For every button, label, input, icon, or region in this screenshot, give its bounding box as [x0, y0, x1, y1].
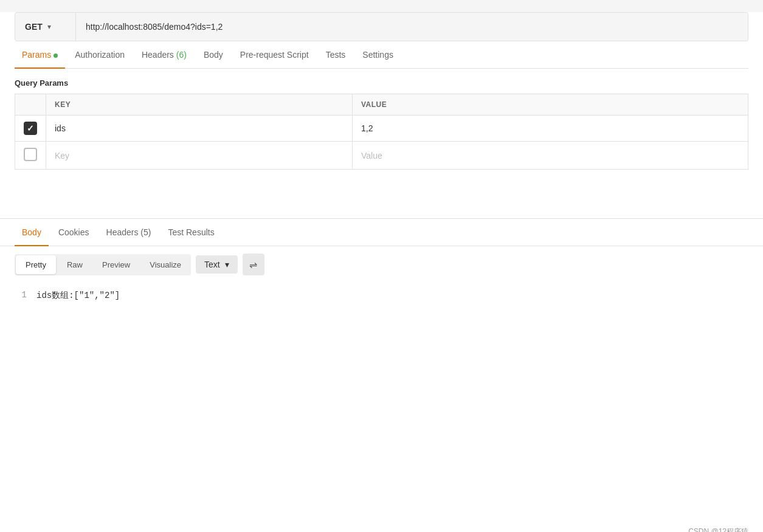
footer-text: CSDN @12程序猿 — [688, 527, 748, 532]
wrap-button[interactable]: ⇌ — [243, 254, 264, 275]
chevron-down-icon: ▾ — [47, 22, 51, 31]
table-row: ids 1,2 — [15, 116, 748, 142]
wrap-icon: ⇌ — [249, 259, 257, 271]
preview-button[interactable]: Preview — [92, 254, 140, 275]
response-tabs-bar: Body Cookies Headers (5) Test Results — [0, 219, 763, 246]
tab-pre-request-script[interactable]: Pre-request Script — [233, 41, 316, 68]
raw-button[interactable]: Raw — [57, 254, 92, 275]
request-tabs-bar: Params Authorization Headers (6) Body Pr… — [15, 41, 748, 69]
response-section: Body Cookies Headers (5) Test Results Pr… — [0, 218, 763, 308]
pretty-button[interactable]: Pretty — [16, 255, 56, 274]
response-tab-headers[interactable]: Headers (5) — [99, 219, 159, 246]
url-bar: GET ▾ — [15, 12, 748, 41]
tab-authorization[interactable]: Authorization — [67, 41, 132, 68]
row2-checkbox[interactable] — [24, 148, 37, 161]
tab-headers[interactable]: Headers (6) — [134, 41, 194, 68]
line-numbers: 1 — [15, 290, 27, 301]
code-line-1: ids数组:["1","2"] — [36, 291, 120, 300]
row1-value[interactable]: 1,2 — [353, 116, 748, 142]
row2-value[interactable]: Value — [353, 142, 748, 170]
text-chevron-icon: ▾ — [225, 260, 229, 269]
method-selector[interactable]: GET ▾ — [15, 13, 76, 41]
table-row: Key Value — [15, 142, 748, 170]
text-dropdown[interactable]: Text ▾ — [196, 255, 238, 274]
code-area: 1 ids数组:["1","2"] — [0, 283, 763, 308]
tab-params[interactable]: Params — [15, 41, 65, 68]
checkbox-header — [15, 94, 46, 116]
format-group: Pretty Raw Preview Visualize — [15, 254, 191, 275]
footer: CSDN @12程序猿 — [688, 527, 748, 532]
row2-checkbox-cell — [15, 142, 46, 170]
row1-checkbox-cell — [15, 116, 46, 142]
format-bar: Pretty Raw Preview Visualize Text ▾ ⇌ — [0, 246, 763, 283]
text-label: Text — [204, 260, 220, 269]
query-params-section: Query Params KEY VALUE ids — [15, 69, 748, 170]
visualize-button[interactable]: Visualize — [140, 254, 191, 275]
table-header-row: KEY VALUE — [15, 94, 748, 116]
tab-settings[interactable]: Settings — [355, 41, 401, 68]
value-header: VALUE — [353, 94, 748, 116]
code-content: ids数组:["1","2"] — [36, 290, 748, 301]
row1-checkbox[interactable] — [24, 122, 37, 135]
response-tab-cookies[interactable]: Cookies — [51, 219, 97, 246]
key-header: KEY — [46, 94, 353, 116]
params-table: KEY VALUE ids 1,2 — [15, 94, 748, 170]
tab-body[interactable]: Body — [196, 41, 230, 68]
row1-key[interactable]: ids — [46, 116, 353, 142]
row2-key[interactable]: Key — [46, 142, 353, 170]
url-input[interactable] — [76, 22, 748, 32]
response-tab-test-results[interactable]: Test Results — [161, 219, 221, 246]
spacer — [0, 170, 763, 218]
params-dot — [54, 54, 58, 58]
query-params-title: Query Params — [15, 69, 748, 94]
method-label: GET — [25, 22, 43, 32]
response-tab-body[interactable]: Body — [15, 219, 49, 246]
tab-tests[interactable]: Tests — [319, 41, 353, 68]
